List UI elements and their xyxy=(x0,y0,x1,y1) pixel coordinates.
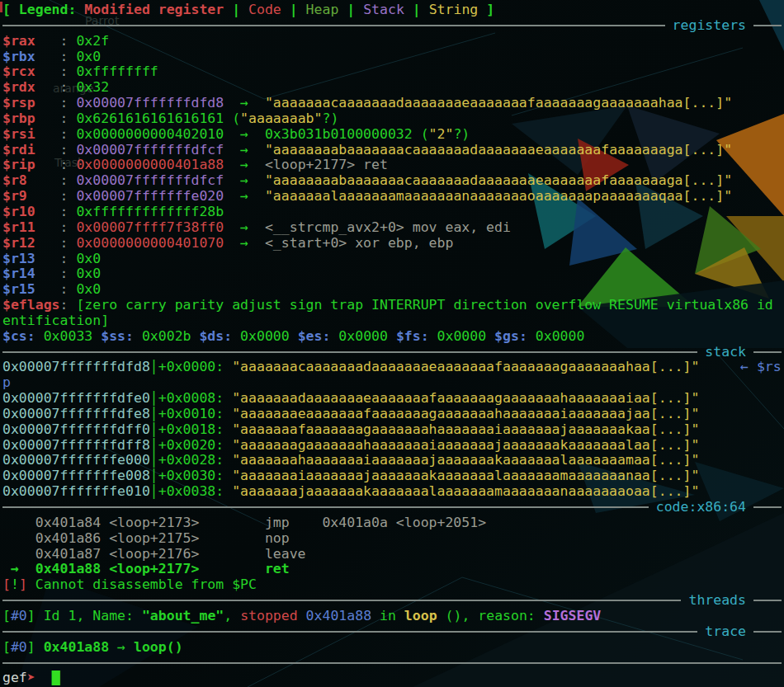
text-segment: : xyxy=(60,80,77,95)
legend-line: [ Legend: Modified register | Code | Hea… xyxy=(2,2,784,18)
text-segment: 0x401a84 <loop+2173> jmp 0x401a0a <loop+… xyxy=(2,515,486,530)
register-row-rbp: $rbp : 0x6261616161616161 ("aaaaaaab"?) xyxy=(2,111,784,127)
text-segment: [ xyxy=(2,577,11,592)
text-segment: "aaaaaaafaaaaaaagaaaaaaahaaaaaaaiaaaaaaa… xyxy=(232,422,699,437)
text-segment: 0x00007fffffffe000 xyxy=(2,453,150,468)
section-header-stack: stack xyxy=(2,345,784,360)
register-row-r13: $r13 : 0x0 xyxy=(2,252,784,267)
text-segment: $es: xyxy=(298,329,339,344)
register-row-r14: $r14 : 0x0 xyxy=(2,266,784,282)
text-segment: $rdx xyxy=(2,80,60,95)
text-segment: $cs: xyxy=(2,329,44,344)
text-segment: 0x0033 xyxy=(44,329,102,344)
divider-line xyxy=(753,631,782,633)
register-row-r11: $r11 : 0x00007ffff7f38ff0 → <__strcmp_av… xyxy=(2,220,784,236)
text-segment: Code xyxy=(248,2,281,17)
text-segment: "aaaaaaaabaaaaaaacaaaaaaadaaaaaaaeaaaaaa… xyxy=(265,143,732,158)
text-segment: 0xfffffffffffff28b xyxy=(76,205,224,219)
text-segment: │ xyxy=(150,484,158,499)
text-segment: 0x0000 xyxy=(536,329,585,344)
text-segment: | xyxy=(404,2,429,17)
text-segment: ] xyxy=(27,640,44,655)
text-segment xyxy=(35,671,52,685)
text-segment: stopped xyxy=(240,609,305,623)
text-segment: 0x2f xyxy=(76,34,109,49)
text-segment: [ xyxy=(2,640,11,655)
section-title: threads xyxy=(681,593,753,609)
text-segment: +0x0018: xyxy=(158,422,232,437)
arrow-right-icon: → xyxy=(224,96,265,111)
text-segment: 0x00007fffffffdff8 xyxy=(2,438,150,453)
text-segment: 0x6261616161616161 xyxy=(76,111,224,126)
text-segment: $ss: xyxy=(101,329,142,344)
text-segment: $r13 xyxy=(2,252,60,266)
text-segment: 0x0 xyxy=(76,266,101,281)
text-segment: ! xyxy=(11,577,19,592)
divider-line xyxy=(2,662,782,664)
text-segment: Stack xyxy=(363,2,404,17)
divider-line xyxy=(2,631,697,633)
code-row-2: 0x401a87 <loop+2176> leave xyxy=(2,547,784,562)
text-segment: 0x00007fffffffdfd8 xyxy=(76,96,224,111)
section-header-registers: registers xyxy=(2,18,784,34)
text-segment: loop xyxy=(404,609,437,623)
divider-line xyxy=(2,351,697,353)
text-segment: +0x0038: xyxy=(158,484,232,499)
text-segment: String xyxy=(429,2,479,17)
text-segment: 0x00007fffffffdfd8 xyxy=(2,360,150,374)
register-row-r8: $r8 : 0x00007fffffffdfcf → "aaaaaaaabaaa… xyxy=(2,173,784,189)
register-row-rdi: $rdi : 0x00007fffffffdfcf → "aaaaaaaabaa… xyxy=(2,143,784,158)
text-segment: "aaaaaaacaaaaaaadaaaaaaaeaaaaaaafaaaaaaa… xyxy=(265,96,732,111)
text-segment: "aaaaaaagaaaaaaahaaaaaaaiaaaaaaajaaaaaaa… xyxy=(232,438,699,453)
code-row-current: → 0x401a88 <loop+2177> ret xyxy=(2,562,784,577)
bottom-divider xyxy=(2,655,784,671)
text-segment: : xyxy=(60,189,77,204)
text-segment: $ds: xyxy=(199,329,240,344)
text-segment: entification] xyxy=(2,313,109,328)
gef-prompt[interactable]: gef➤ █ xyxy=(2,671,784,686)
arrow-right-icon: → xyxy=(224,189,265,204)
text-segment: → 0x401a88 <loop+2177> ret xyxy=(2,562,322,576)
text-segment: 0x002b xyxy=(142,329,200,344)
text-segment: "2" xyxy=(429,127,454,142)
text-segment: 0x0000 xyxy=(338,329,396,344)
text-segment: 0x00007fffffffdfe8 xyxy=(2,407,150,421)
text-segment: : xyxy=(60,252,77,266)
text-segment: loop() xyxy=(134,640,183,655)
arrow-right-icon: → xyxy=(224,143,265,158)
text-segment: 0x0000 xyxy=(240,329,298,344)
register-row-rsi: $rsi : 0x0000000000402010 → 0x3b031b0100… xyxy=(2,127,784,143)
text-segment: | xyxy=(281,2,306,17)
disassemble-error-row: [!] Cannot disassemble from $PC xyxy=(2,577,784,593)
text-segment: $r9 xyxy=(2,189,60,204)
text-segment: $r10 xyxy=(2,205,60,219)
text-segment: : xyxy=(60,205,77,219)
arrow-left-icon: ← $rs xyxy=(740,360,782,374)
stack-row-3: 0x00007fffffffdff0│+0x0018: "aaaaaaafaaa… xyxy=(2,422,784,438)
text-segment: : xyxy=(60,173,77,188)
stack-row-1: 0x00007fffffffdfe0│+0x0008: "aaaaaaadaaa… xyxy=(2,391,784,407)
text-segment: "aaaaaaahaaaaaaaiaaaaaaajaaaaaaakaaaaaaa… xyxy=(232,453,699,468)
text-segment: 0x0000000000402010 xyxy=(76,127,224,142)
stack-row-2: 0x00007fffffffdfe8│+0x0010: "aaaaaaaeaaa… xyxy=(2,407,784,422)
text-segment: 0x00007fffffffdfcf xyxy=(76,173,224,188)
text-segment: "aaaaaaaiaaaaaaajaaaaaaakaaaaaaalaaaaaaa… xyxy=(232,468,699,483)
text-segment: $rip xyxy=(2,158,60,172)
text-segment: "aaaaaaab" xyxy=(240,111,322,126)
text-segment: <loop+2177> ret xyxy=(265,158,388,172)
text-segment: ] xyxy=(27,609,44,623)
text-segment: 0x00007fffffffdfcf xyxy=(76,143,224,158)
divider-line xyxy=(753,506,782,508)
text-segment: : xyxy=(60,49,77,64)
text-segment: gef xyxy=(2,671,27,685)
text-segment: <__strcmp_avx2+0> mov eax, edi xyxy=(265,220,511,235)
text-segment: +0x0020: xyxy=(158,438,232,453)
text-segment: 0x401a88 xyxy=(306,609,371,623)
text-segment: "aaaaaaadaaaaaaaeaaaaaaafaaaaaaagaaaaaaa… xyxy=(232,391,699,406)
register-row-rip: $rip : 0x0000000000401a88 → <loop+2177> … xyxy=(2,158,784,173)
divider-line xyxy=(2,506,649,508)
stack-row-5: 0x00007fffffffe000│+0x0028: "aaaaaaahaaa… xyxy=(2,453,784,468)
text-segment: $r14 xyxy=(2,266,60,281)
trace-row: [#0] 0x401a88 → loop() xyxy=(2,640,784,656)
text-segment: , xyxy=(224,609,240,623)
